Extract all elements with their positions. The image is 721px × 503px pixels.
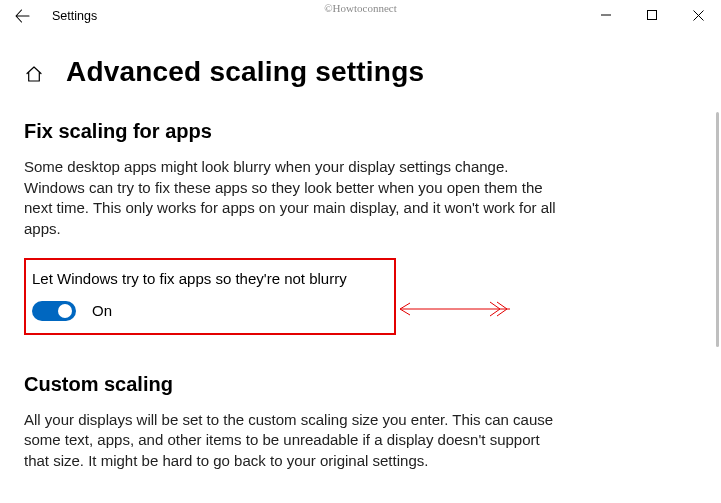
toggle-label-fix-blurry: Let Windows try to fix apps so they're n… (32, 270, 384, 287)
toggle-knob (58, 304, 72, 318)
scrollbar-thumb[interactable] (716, 112, 719, 347)
close-button[interactable] (675, 0, 721, 30)
toggle-fix-blurry[interactable] (32, 301, 76, 321)
section-desc-custom-scaling: All your displays will be set to the cus… (24, 410, 564, 472)
watermark-text: ©Howtoconnect (324, 2, 397, 14)
minimize-button[interactable] (583, 0, 629, 30)
page-title: Advanced scaling settings (66, 56, 424, 88)
scrollbar[interactable] (716, 112, 719, 497)
section-heading-fix-scaling: Fix scaling for apps (24, 120, 697, 143)
svg-rect-0 (648, 11, 657, 20)
toggle-state-text: On (92, 302, 112, 319)
minimize-icon (601, 10, 611, 20)
section-desc-fix-scaling: Some desktop apps might look blurry when… (24, 157, 564, 240)
back-arrow-icon (14, 8, 30, 24)
home-icon[interactable] (24, 64, 44, 84)
app-title: Settings (52, 9, 97, 23)
toggle-highlight-box: Let Windows try to fix apps so they're n… (24, 258, 396, 335)
back-button[interactable] (10, 4, 34, 28)
maximize-icon (647, 10, 657, 20)
section-heading-custom-scaling: Custom scaling (24, 373, 697, 396)
maximize-button[interactable] (629, 0, 675, 30)
close-icon (693, 10, 704, 21)
